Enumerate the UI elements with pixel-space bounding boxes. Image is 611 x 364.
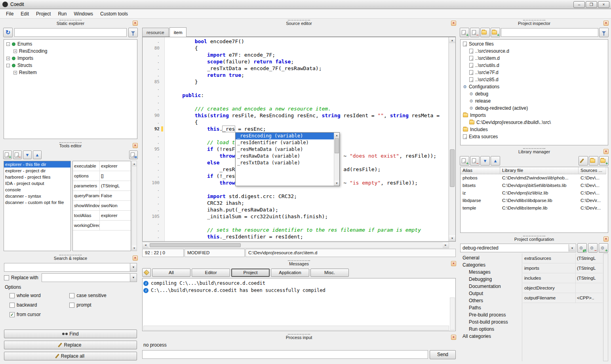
list-item[interactable]: dscanner - custom opt for file (4, 199, 70, 206)
list-item[interactable]: dscanner - syntax (4, 193, 70, 199)
property-value[interactable]: swoNon (100, 201, 131, 210)
register-project-button[interactable]: + (599, 156, 609, 166)
menu-custom-tools[interactable]: Custom tools (97, 10, 131, 18)
property-value[interactable]: [] (100, 171, 131, 181)
minimize-button[interactable]: – (573, 1, 585, 8)
editor-vertical-scrollbar[interactable]: ▲ ▼ (449, 37, 455, 241)
tree-item[interactable]: -Enums (5, 40, 136, 48)
completion-item[interactable]: _resRawData (variable) (236, 153, 339, 160)
tree-item[interactable]: Others (460, 297, 522, 304)
column-header[interactable]: Sources ... (579, 167, 606, 174)
property-row[interactable]: executableexplorer (73, 161, 131, 171)
property-value[interactable]: <CPP>.. (576, 293, 603, 303)
title-bar[interactable]: Coedit – ❒ × (0, 0, 611, 9)
close-panel-button[interactable]: × (603, 149, 609, 154)
tree-item[interactable]: C:\Dev\dproj\resource.d\build\..\src\ (461, 119, 607, 126)
panel-drag-grip[interactable] (523, 148, 545, 149)
filter-application[interactable]: Application (271, 269, 309, 277)
maximize-button[interactable]: ❒ (586, 1, 597, 8)
property-value[interactable] (576, 283, 603, 293)
column-header[interactable]: Alias (461, 167, 500, 174)
filter-editor[interactable]: Editor (192, 269, 230, 277)
filter-project[interactable]: Project (231, 269, 270, 277)
property-row[interactable]: objectDirectory (523, 283, 603, 293)
symbol-tree[interactable]: -Enums+ResEncoding+Imports-Structs+ResIt… (4, 39, 137, 139)
menu-edit[interactable]: Edit (17, 10, 32, 18)
tree-item[interactable]: ⚙release (461, 97, 607, 105)
scroll-up-icon[interactable]: ▲ (449, 37, 455, 43)
close-panel-button[interactable]: × (603, 236, 609, 242)
list-item[interactable]: console (4, 187, 70, 193)
scroll-down-icon[interactable]: ▼ (132, 246, 137, 251)
close-panel-button[interactable]: × (451, 335, 456, 340)
completion-item[interactable]: _resTxtData (variable) (236, 160, 339, 166)
property-value[interactable]: explorer (100, 211, 131, 220)
tree-item[interactable]: Output (460, 290, 522, 297)
code-editor[interactable]: .80....85....90.92..95....100....105... … (142, 37, 456, 242)
tree-item[interactable]: ⚙debug-redirected (active) (461, 105, 607, 112)
chevron-down-icon[interactable]: ▼ (569, 244, 575, 252)
menu-windows[interactable]: Windows (70, 10, 97, 18)
tool-properties-grid[interactable]: executableexploreroptions[]parameters(TS… (72, 161, 131, 251)
move-tool-down-button[interactable]: ▼ (23, 151, 32, 159)
expand-icon[interactable]: + (13, 71, 17, 74)
checkbox-case-sensitive[interactable]: case sensitive (69, 291, 129, 300)
checkbox-whole-word[interactable]: whole word (10, 291, 69, 300)
remove-library-button[interactable]: − (470, 156, 480, 166)
expand-icon[interactable]: + (6, 57, 10, 60)
close-panel-button[interactable]: × (603, 21, 609, 26)
grid-scrollbar[interactable] (603, 253, 608, 361)
open-folder-button[interactable] (480, 28, 490, 37)
completion-item[interactable]: _resEncoding (variable) (236, 133, 339, 139)
project-tree[interactable]: Source files..\src\resource.d..\src\item… (460, 39, 608, 145)
tree-item[interactable]: Messages (460, 269, 522, 276)
collapse-icon[interactable]: - (6, 42, 10, 46)
close-panel-button[interactable]: × (133, 255, 138, 261)
table-row[interactable]: izC:\Dev\dproj\iz\lib\iz.libC:\Dev\... (461, 189, 608, 197)
tree-item[interactable]: Extra sources (461, 133, 607, 140)
filter-misc[interactable]: Misc. (310, 269, 349, 277)
checkbox-backward[interactable]: backward (10, 300, 69, 310)
tree-item[interactable]: All categories (460, 333, 522, 340)
add-library-button[interactable]: + (460, 156, 469, 166)
clone-tool-button[interactable]: ➜ (129, 151, 138, 159)
configuration-categories-tree[interactable]: GeneralCategoriesMessagesDebuggingDocume… (460, 253, 522, 361)
symbol-search-input[interactable] (14, 28, 127, 37)
inspector-filter-input[interactable] (501, 28, 598, 37)
filter-button[interactable] (599, 28, 609, 37)
scroll-right-icon[interactable]: ► (443, 242, 449, 248)
tree-item[interactable]: -Structs (5, 62, 136, 69)
tree-item[interactable]: Includes (461, 126, 607, 133)
tools-list[interactable]: explorer - this file direxplorer - proje… (4, 161, 71, 251)
property-value[interactable]: (TStringL (576, 263, 603, 273)
property-row[interactable]: workingDirect (73, 221, 131, 231)
property-value[interactable]: (TStringL (576, 273, 603, 283)
close-panel-button[interactable]: × (133, 21, 138, 26)
replace-all-button[interactable]: Replace all (4, 352, 137, 360)
panel-drag-grip[interactable] (59, 142, 82, 143)
tree-item[interactable]: +Imports (5, 55, 136, 62)
panel-drag-grip[interactable] (288, 260, 310, 261)
panel-drag-grip[interactable] (523, 20, 545, 21)
refresh-button[interactable]: ↻ (3, 28, 13, 37)
checkbox-from-cursor[interactable]: ✓from cursor (10, 310, 69, 319)
collapse-icon[interactable]: - (6, 64, 10, 67)
open-library-button[interactable] (589, 156, 598, 166)
add-configuration-button[interactable]: ⚙+ (599, 243, 608, 253)
add-folder-button[interactable]: + (491, 28, 500, 37)
tree-item[interactable]: General (460, 254, 522, 261)
messages-vertical-scrollbar[interactable] (450, 297, 455, 330)
sync-configuration-button[interactable]: ⚙⇄ (577, 243, 587, 253)
panel-drag-grip[interactable] (59, 255, 82, 255)
table-row[interactable]: libdparseC:\Dev\dlibs\libdparse.libC:\De… (461, 197, 608, 204)
scrollbar-thumb[interactable] (150, 243, 241, 247)
table-row[interactable]: templeC:\Dev\dlibs\temple.libC:\Dev\r... (461, 204, 608, 212)
move-library-up-button[interactable]: ▲ (491, 156, 500, 166)
list-item[interactable]: harbored - project files (4, 174, 70, 180)
property-row[interactable]: showWindowsswoNon (73, 201, 131, 211)
scroll-left-icon[interactable]: ◄ (143, 242, 148, 248)
menu-file[interactable]: File (2, 10, 17, 18)
tree-item[interactable]: Run options (460, 326, 522, 333)
panel-drag-grip[interactable] (288, 20, 310, 21)
configuration-properties-grid[interactable]: extraSources(TStringLimports(TStringLinc… (523, 253, 603, 361)
